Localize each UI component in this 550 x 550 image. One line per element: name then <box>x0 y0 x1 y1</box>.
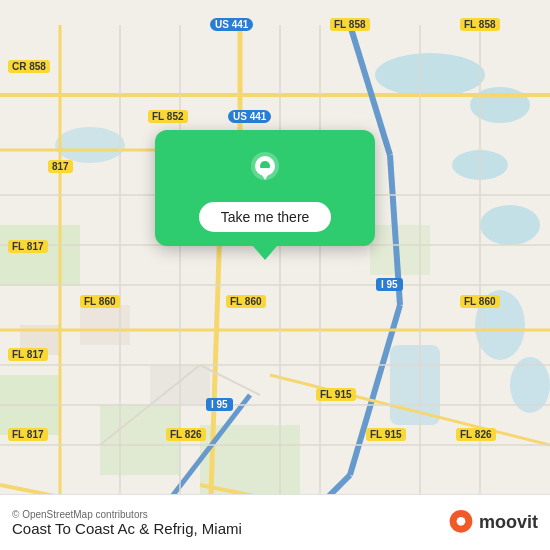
road-label-fl915a: FL 915 <box>316 388 356 401</box>
road-label-fl826: FL 826 <box>166 428 206 441</box>
svg-point-4 <box>480 205 540 245</box>
svg-point-2 <box>470 87 530 123</box>
road-label-fl817c: FL 817 <box>8 428 48 441</box>
road-label-fl915b: FL 915 <box>366 428 406 441</box>
location-name: Coast To Coast Ac & Refrig, Miami <box>12 520 242 537</box>
road-label-i95b: I 95 <box>206 398 233 411</box>
road-label-fl826b: FL 826 <box>456 428 496 441</box>
road-label-cr858: CR 858 <box>8 60 50 73</box>
road-label-fl860c: FL 860 <box>460 295 500 308</box>
moovit-pin-icon <box>447 509 475 537</box>
map-container: CR 858 US 441 FL 858 FL 858 FL 852 US 44… <box>0 0 550 550</box>
road-label-fl860a: FL 860 <box>80 295 120 308</box>
svg-point-7 <box>55 127 125 163</box>
svg-point-1 <box>375 53 485 97</box>
map-svg <box>0 0 550 550</box>
osm-attribution: © OpenStreetMap contributors <box>12 509 242 520</box>
svg-rect-9 <box>0 225 80 285</box>
road-label-fl860b: FL 860 <box>226 295 266 308</box>
svg-rect-15 <box>80 305 130 345</box>
svg-rect-8 <box>390 345 440 425</box>
take-me-there-button[interactable]: Take me there <box>199 202 332 232</box>
road-label-fl817a: FL 817 <box>8 240 48 253</box>
road-label-i95a: I 95 <box>376 278 403 291</box>
road-label-us441a: US 441 <box>210 18 253 31</box>
svg-point-51 <box>457 516 466 525</box>
popup-card: Take me there <box>155 130 375 246</box>
location-pin-icon <box>243 148 287 192</box>
road-label-fl817b: FL 817 <box>8 348 48 361</box>
road-label-fl858a: FL 858 <box>330 18 370 31</box>
road-label-fl858b: FL 858 <box>460 18 500 31</box>
road-label-817a: 817 <box>48 160 73 173</box>
road-label-fl852: FL 852 <box>148 110 188 123</box>
road-label-us441b: US 441 <box>228 110 271 123</box>
moovit-text: moovit <box>479 512 538 533</box>
moovit-logo: moovit <box>447 509 538 537</box>
bottom-left: © OpenStreetMap contributors Coast To Co… <box>12 509 242 537</box>
bottom-bar: © OpenStreetMap contributors Coast To Co… <box>0 494 550 550</box>
